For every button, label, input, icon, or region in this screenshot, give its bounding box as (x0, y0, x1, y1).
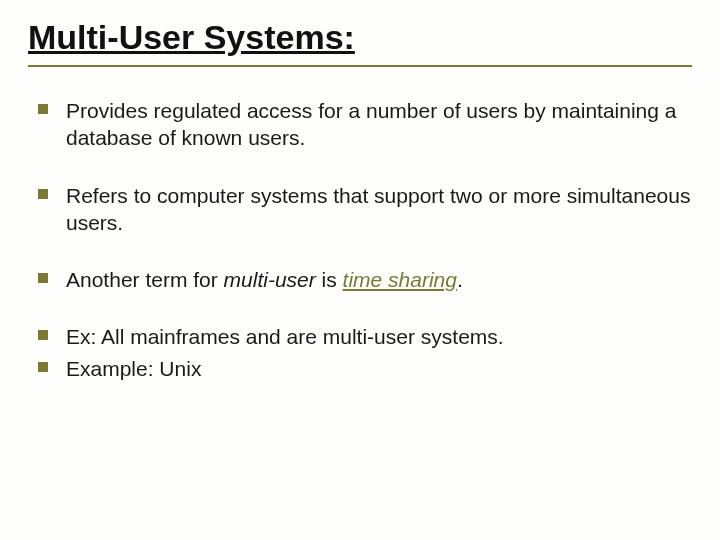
bullet-text: Ex: All mainframes and are multi-user sy… (66, 323, 504, 350)
square-bullet-icon (38, 362, 48, 372)
list-item: Example: Unix (38, 355, 692, 382)
emphasized-link-text: time sharing (343, 268, 457, 291)
list-item: Provides regulated access for a number o… (38, 97, 692, 152)
square-bullet-icon (38, 189, 48, 199)
bullet-text: Example: Unix (66, 355, 201, 382)
text-fragment: is (316, 268, 343, 291)
slide: Multi-User Systems: Provides regulated a… (0, 0, 720, 540)
bullet-text: Refers to computer systems that support … (66, 182, 692, 237)
square-bullet-icon (38, 104, 48, 114)
slide-title: Multi-User Systems: (28, 18, 692, 57)
title-underline-rule (28, 65, 692, 67)
italic-text: multi-user (224, 268, 316, 291)
bullet-text: Another term for multi-user is time shar… (66, 266, 463, 293)
list-item: Refers to computer systems that support … (38, 182, 692, 237)
square-bullet-icon (38, 273, 48, 283)
text-fragment: . (457, 268, 463, 291)
list-item: Another term for multi-user is time shar… (38, 266, 692, 293)
text-fragment: Another term for (66, 268, 224, 291)
bullet-list: Provides regulated access for a number o… (28, 97, 692, 382)
bullet-text: Provides regulated access for a number o… (66, 97, 692, 152)
list-item: Ex: All mainframes and are multi-user sy… (38, 323, 692, 350)
square-bullet-icon (38, 330, 48, 340)
